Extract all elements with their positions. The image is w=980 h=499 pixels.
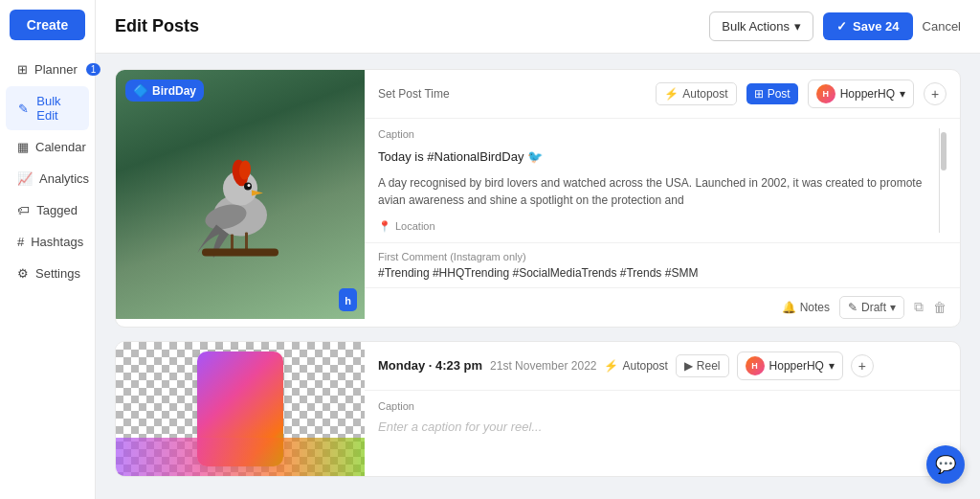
notes-icon: 🔔	[782, 301, 796, 314]
sidebar-item-label: Bulk Edit	[36, 94, 78, 123]
reel-button[interactable]: ▶ Reel	[676, 354, 729, 377]
add-account-button-2[interactable]: +	[851, 354, 874, 377]
post-right-1: Set Post Time ⚡ Autopost ⊞ Post H Hopper…	[365, 70, 960, 327]
account-avatar: H	[816, 84, 835, 103]
page-header: Edit Posts Bulk Actions ▾ ✓ Save 24 Canc…	[96, 0, 980, 54]
sidebar-item-label: Planner	[34, 62, 78, 77]
copy-button[interactable]: ⧉	[914, 299, 924, 315]
post-header-1: Set Post Time ⚡ Autopost ⊞ Post H Hopper…	[365, 70, 960, 119]
autopost-small[interactable]: ⚡ Autopost	[604, 359, 667, 373]
svg-point-5	[248, 184, 251, 187]
post-body-1: Caption Today is #NationalBirdDay 🐦 A da…	[365, 119, 960, 242]
sidebar: Create ⊞ Planner 1 ✎ Bulk Edit ▦ Calenda…	[0, 0, 96, 499]
scroll-indicator[interactable]	[939, 128, 947, 233]
sidebar-item-label: Hashtags	[31, 235, 83, 249]
main-content: Edit Posts Bulk Actions ▾ ✓ Save 24 Canc…	[96, 0, 980, 499]
post-text-area: Caption Today is #NationalBirdDay 🐦 A da…	[378, 128, 929, 233]
posts-content: 🔷 BirdDay h Set Post Time ⚡	[96, 54, 980, 499]
calendar-icon: ▦	[17, 140, 29, 154]
sidebar-item-analytics[interactable]: 📈 Analytics	[6, 164, 89, 193]
caption-placeholder[interactable]: Enter a caption for your reel...	[378, 420, 947, 434]
chevron-down-icon: ▾	[794, 19, 801, 34]
post-header-2: Monday · 4:23 pm 21st November 2022 ⚡ Au…	[365, 342, 960, 391]
chevron-down-icon: ▾	[900, 87, 905, 101]
autopost-button[interactable]: ⚡ Autopost	[656, 82, 736, 105]
chevron-down-icon: ▾	[829, 359, 835, 373]
first-comment-label: First Comment (Instagram only)	[378, 251, 947, 262]
autopost-label: Autopost	[682, 87, 727, 101]
add-account-button[interactable]: +	[924, 82, 947, 105]
scroll-thumb	[941, 132, 947, 170]
header-actions: Bulk Actions ▾ ✓ Save 24 Cancel	[709, 11, 961, 41]
post-card-inner: 🔷 BirdDay h Set Post Time ⚡	[116, 70, 960, 327]
planner-icon: ⊞	[17, 62, 28, 77]
sidebar-item-bulk-edit[interactable]: ✎ Bulk Edit	[6, 86, 89, 130]
caption-label-2: Caption	[378, 400, 947, 412]
bulk-actions-label: Bulk Actions	[722, 19, 790, 34]
bird-day-badge: 🔷 BirdDay	[125, 79, 204, 102]
save-label: Save 24	[853, 19, 899, 34]
draft-button[interactable]: ✎ Draft ▾	[839, 296, 904, 319]
sidebar-item-label: Tagged	[36, 203, 78, 217]
post-card-1: 🔷 BirdDay h Set Post Time ⚡	[115, 69, 961, 328]
post-card-inner-2: Monday · 4:23 pm 21st November 2022 ⚡ Au…	[116, 342, 960, 476]
chevron-down-icon: ▾	[890, 301, 896, 314]
badge-text: BirdDay	[152, 84, 196, 98]
account-name-2: HopperHQ	[769, 359, 824, 373]
caption-title[interactable]: Today is #NationalBirdDay 🐦	[378, 147, 929, 167]
analytics-icon: 📈	[17, 171, 33, 186]
checkmark-icon: ✓	[836, 19, 847, 34]
bird-illustration	[183, 139, 298, 263]
post-type-button[interactable]: ⊞ Post	[746, 83, 798, 104]
cancel-button[interactable]: Cancel	[923, 19, 961, 34]
sidebar-item-settings[interactable]: ⚙ Settings	[6, 259, 89, 288]
notes-button[interactable]: 🔔 Notes	[782, 301, 830, 314]
draft-icon: ✎	[848, 301, 858, 314]
notes-label: Notes	[800, 301, 830, 314]
draft-label: Draft	[861, 301, 886, 314]
post-text-area-2: Caption Enter a caption for your reel...	[378, 400, 947, 466]
location-row[interactable]: 📍 Location	[378, 220, 929, 233]
lightning-icon: ⚡	[664, 87, 679, 101]
account-selector-1[interactable]: H HopperHQ ▾	[808, 79, 914, 108]
lightning-icon: ⚡	[604, 359, 618, 373]
chat-icon: 💬	[935, 454, 956, 475]
create-button[interactable]: Create	[10, 10, 85, 40]
post-type-label: Post	[768, 87, 791, 101]
caption-description[interactable]: A day recognised by bird lovers and watc…	[378, 174, 929, 209]
post-date: Monday · 4:23 pm	[378, 358, 482, 373]
bulk-edit-icon: ✎	[17, 102, 30, 116]
settings-icon: ⚙	[17, 266, 29, 281]
reel-label: Reel	[697, 359, 721, 373]
post-footer-1: 🔔 Notes ✎ Draft ▾ ⧉ 🗑	[365, 287, 960, 327]
reel-icon: ▶	[684, 359, 693, 373]
account-selector-2[interactable]: H HopperHQ ▾	[737, 352, 843, 380]
sidebar-item-label: Calendar	[35, 140, 86, 154]
location-pin-icon: 📍	[378, 220, 391, 233]
sidebar-item-tagged[interactable]: 🏷 Tagged	[6, 195, 89, 225]
sidebar-item-calendar[interactable]: ▦ Calendar	[6, 132, 89, 162]
post-right-2: Monday · 4:23 pm 21st November 2022 ⚡ Au…	[365, 342, 960, 476]
color-bar	[116, 438, 365, 476]
bulk-actions-button[interactable]: Bulk Actions ▾	[709, 11, 813, 41]
page-title: Edit Posts	[115, 16, 199, 36]
save-button[interactable]: ✓ Save 24	[823, 12, 912, 40]
post-body-2: Caption Enter a caption for your reel...	[365, 391, 960, 476]
post-image-1: 🔷 BirdDay h	[116, 70, 365, 319]
account-avatar-2: H	[746, 356, 765, 375]
set-post-time-label: Set Post Time	[378, 87, 646, 101]
sidebar-item-label: Analytics	[39, 171, 89, 186]
sidebar-item-hashtags[interactable]: # Hashtags	[6, 227, 89, 257]
tagged-icon: 🏷	[17, 203, 30, 217]
delete-button[interactable]: 🗑	[933, 300, 947, 315]
post-date-sub: 21st November 2022	[490, 359, 596, 373]
hash-icon: 🔷	[133, 83, 148, 98]
sidebar-item-label: Settings	[35, 266, 80, 281]
first-comment-text[interactable]: #Trending #HHQTrending #SocialMediaTrend…	[378, 266, 947, 280]
sidebar-item-planner[interactable]: ⊞ Planner 1	[6, 55, 89, 84]
grid-icon: ⊞	[754, 87, 764, 101]
chat-bubble[interactable]: 💬	[926, 445, 965, 484]
caption-label: Caption	[378, 128, 929, 140]
post-card-2: Monday · 4:23 pm 21st November 2022 ⚡ Au…	[115, 341, 961, 477]
account-name: HopperHQ	[840, 87, 895, 101]
